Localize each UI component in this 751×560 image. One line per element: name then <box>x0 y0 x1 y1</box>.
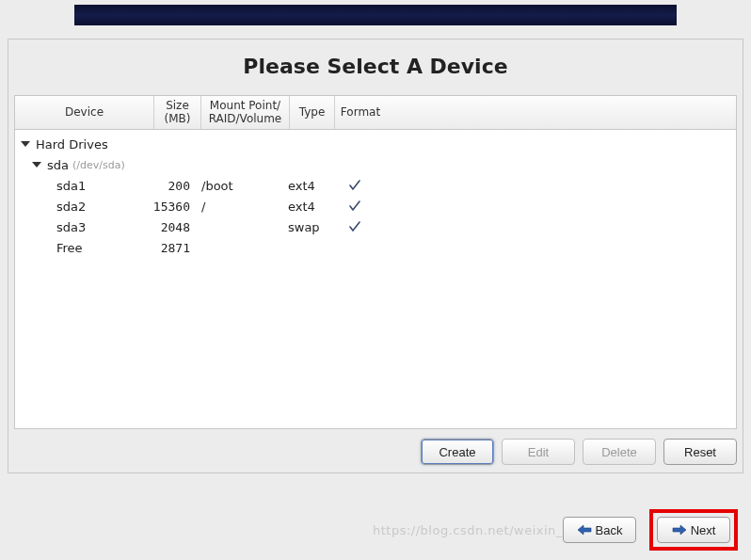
panel-title: Please Select A Device <box>8 40 743 95</box>
table-row[interactable]: Free 2871 <box>15 237 736 258</box>
tutorial-highlight: Next <box>649 509 738 551</box>
check-icon <box>347 178 362 193</box>
back-button[interactable]: Back <box>563 517 636 543</box>
disk-devpath: (/dev/sda) <box>72 159 125 171</box>
cell-type: swap <box>284 220 329 234</box>
chevron-down-icon[interactable] <box>32 162 41 168</box>
back-label: Back <box>596 523 623 537</box>
col-header-mount[interactable]: Mount Point/ RAID/Volume <box>201 96 290 129</box>
cell-size: 2871 <box>149 241 196 255</box>
delete-button: Delete <box>583 439 656 465</box>
cell-device: sda1 <box>56 179 149 193</box>
partition-table: Device Size (MB) Mount Point/ RAID/Volum… <box>14 95 737 429</box>
next-label: Next <box>691 523 716 537</box>
next-button[interactable]: Next <box>657 517 730 543</box>
table-row[interactable]: sda3 2048 swap <box>15 216 736 237</box>
cell-type: ext4 <box>284 179 329 193</box>
tree-root-row[interactable]: Hard Drives <box>15 134 736 154</box>
cell-type: ext4 <box>284 200 329 214</box>
wizard-nav-row: Back Next <box>563 509 738 551</box>
check-icon <box>347 199 362 214</box>
edit-button: Edit <box>502 439 575 465</box>
tree-disk-row[interactable]: sda (/dev/sda) <box>15 154 736 175</box>
cell-format <box>329 178 380 193</box>
col-header-size[interactable]: Size (MB) <box>154 96 201 129</box>
partition-action-row: Create Edit Delete Reset <box>8 429 743 465</box>
disk-name: sda <box>47 158 69 172</box>
cell-mount: / <box>196 200 284 214</box>
create-button[interactable]: Create <box>421 439 494 465</box>
cell-size: 2048 <box>149 220 196 234</box>
device-panel: Please Select A Device Device Size (MB) … <box>8 39 743 473</box>
col-header-format[interactable]: Format <box>335 96 386 129</box>
table-header: Device Size (MB) Mount Point/ RAID/Volum… <box>15 96 736 130</box>
check-icon <box>347 219 362 234</box>
table-row[interactable]: sda2 15360 / ext4 <box>15 196 736 216</box>
col-header-device[interactable]: Device <box>15 96 154 129</box>
cell-device: Free <box>56 241 149 255</box>
tree-root-label: Hard Drives <box>36 137 108 152</box>
table-row[interactable]: sda1 200 /boot ext4 <box>15 175 736 196</box>
cell-device: sda3 <box>56 220 149 234</box>
cell-size: 200 <box>149 179 196 193</box>
col-header-type[interactable]: Type <box>290 96 335 129</box>
reset-button[interactable]: Reset <box>663 439 737 465</box>
cell-format <box>329 199 380 214</box>
cell-mount: /boot <box>196 179 284 193</box>
cell-device: sda2 <box>56 200 149 214</box>
cell-size: 15360 <box>149 200 196 214</box>
arrow-left-icon <box>577 524 592 536</box>
cell-format <box>329 219 380 234</box>
table-body: Hard Drives sda (/dev/sda) sda1 200 /boo… <box>15 130 736 258</box>
chevron-down-icon[interactable] <box>21 141 30 147</box>
arrow-right-icon <box>672 524 687 536</box>
installer-header-bar <box>74 5 677 25</box>
